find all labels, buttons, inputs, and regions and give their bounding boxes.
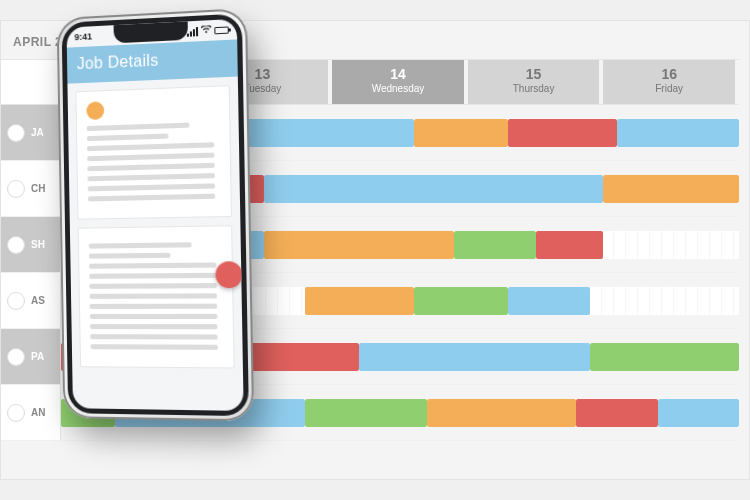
placeholder-line [89,262,216,268]
day-col-14[interactable]: 14Wednesday [332,60,468,104]
status-dot-icon [86,101,104,120]
job-segment[interactable] [305,399,427,427]
resource-label[interactable]: JA [1,105,61,160]
avatar-icon [7,348,25,366]
placeholder-line [90,314,217,319]
day-col-15[interactable]: 15Thursday [468,60,604,104]
placeholder-line [87,123,190,132]
resource-initials: AN [31,407,45,418]
phone-mockup: 9:41 Job Details [57,8,255,422]
day-number: 15 [526,66,542,82]
placeholder-line [88,183,215,191]
job-segment[interactable] [305,287,413,315]
resource-label[interactable]: SH [1,217,61,272]
job-segment[interactable] [414,119,509,147]
job-segment[interactable] [617,119,739,147]
job-segment[interactable] [658,399,739,427]
placeholder-line [90,334,217,339]
avatar-icon [7,236,25,254]
phone-notch [114,21,188,43]
placeholder-line [90,344,217,350]
job-segment[interactable] [536,231,604,259]
placeholder-line [89,283,216,289]
placeholder-line [89,242,192,248]
day-of-week: Wednesday [332,83,464,94]
day-of-week: Thursday [468,83,600,94]
resource-label[interactable]: AS [1,273,61,328]
job-segment[interactable] [508,119,616,147]
avatar-icon [7,292,25,310]
alert-dot-icon [215,261,242,288]
resource-label[interactable]: PA [1,329,61,384]
signal-icon [187,26,198,36]
job-segment[interactable] [603,175,739,203]
job-card-1[interactable] [75,85,232,220]
job-segment[interactable] [264,175,603,203]
job-segment[interactable] [359,343,590,371]
resource-initials: AS [31,295,45,306]
job-segment[interactable] [264,231,454,259]
day-col-16[interactable]: 16Friday [603,60,739,104]
placeholder-line [88,194,215,202]
placeholder-line [87,133,168,141]
job-segment[interactable] [414,287,509,315]
day-number: 13 [255,66,271,82]
placeholder-line [87,142,214,151]
day-of-week: Friday [603,83,735,94]
app-title: Job Details [77,51,159,72]
placeholder-line [88,173,215,181]
job-segment[interactable] [576,399,657,427]
resource-initials: SH [31,239,45,250]
day-number: 16 [661,66,677,82]
resource-initials: CH [31,183,45,194]
job-segment[interactable] [454,231,535,259]
placeholder-line [90,324,217,329]
placeholder-line [89,253,170,259]
status-time: 9:41 [74,31,92,42]
avatar-icon [7,124,25,142]
placeholder-line [87,153,214,162]
job-segment[interactable] [508,287,589,315]
resource-label[interactable]: AN [1,385,61,440]
resource-initials: JA [31,127,44,138]
job-card-2[interactable] [78,225,235,368]
battery-icon [214,26,229,34]
placeholder-line [89,273,216,279]
placeholder-line [87,163,214,171]
placeholder-line [90,293,217,299]
resource-initials: PA [31,351,44,362]
day-number: 14 [390,66,406,82]
placeholder-line [90,304,217,309]
wifi-icon [201,25,211,36]
avatar-icon [7,180,25,198]
avatar-icon [7,404,25,422]
phone-screen: 9:41 Job Details [66,19,243,411]
job-segment[interactable] [590,343,739,371]
resource-column-header [1,60,61,104]
resource-label[interactable]: CH [1,161,61,216]
job-segment[interactable] [427,399,576,427]
